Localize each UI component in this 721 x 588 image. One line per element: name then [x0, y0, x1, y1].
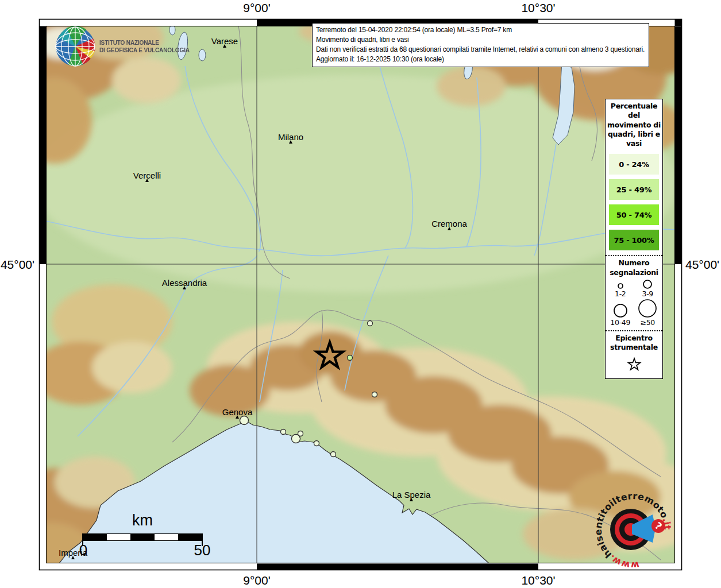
ingv-name: ISTITUTO NAZIONALE DI GEOFISICA E VULCAN… [99, 39, 190, 54]
scale-min: 0 [79, 541, 87, 559]
axis-label-lon-9: 9°00' [243, 1, 270, 15]
felt-map-screenshot: ? www.haisentitoilterremoto.it 9°00' 10°… [0, 0, 721, 588]
legend-epicenter-title: Epicentro strumentale [606, 331, 662, 354]
report-circle-icon [637, 279, 658, 289]
legend-percent-swatch: 25 - 49% [609, 179, 659, 200]
event-info-box: Terremoto del 15-04-2020 22:02:54 (ora l… [312, 23, 649, 67]
ingv-logo: ISTITUTO NAZIONALE DI GEOFISICA E VULCAN… [55, 26, 193, 67]
event-source: Dati non verificati estratti da 68 quest… [316, 45, 645, 55]
legend: Percentuale del movimento di quadri, lib… [605, 99, 663, 379]
legend-reports-title: Numero segnalazioni [606, 256, 662, 278]
axis-label-lat-45-left: 45°00' [0, 258, 34, 272]
axis-label-lon-1030: 10°30' [521, 1, 555, 15]
axis-label-lat-45-right: 45°00' [685, 258, 719, 272]
axis-label-lon-9-b: 9°00' [243, 574, 270, 587]
legend-report-class: 3-9 [637, 279, 658, 298]
axis-label-lon-1030-b: 10°30' [521, 574, 555, 587]
event-effect: Movimento di quadri, libri e vasi [316, 35, 645, 45]
legend-percent-swatch: 50 - 74% [609, 204, 659, 225]
legend-report-sizes: 1-23-910-49≥50 [606, 278, 662, 330]
city-marker-icon [289, 140, 292, 144]
scale-bar [83, 533, 202, 541]
felt-report-circle [298, 431, 303, 436]
city-marker-icon [223, 44, 226, 48]
report-class-label: 10-49 [610, 318, 630, 327]
report-circle-icon [610, 283, 631, 289]
legend-percent-swatch: 75 - 100% [609, 230, 659, 250]
report-class-label: 1-2 [615, 289, 626, 298]
felt-report-circle [331, 452, 336, 457]
legend-epicenter-star [606, 353, 662, 378]
event-updated: Aggiornato il: 16-12-2025 10:30 (ora loc… [316, 55, 645, 64]
city-marker-icon [236, 415, 239, 419]
legend-percent-swatches: 0 - 24%25 - 49%50 - 74%75 - 100% [606, 154, 662, 250]
report-class-label: ≥50 [641, 318, 655, 327]
report-circle-icon [637, 299, 658, 318]
city-marker-icon [410, 498, 413, 501]
felt-report-circle [240, 416, 249, 425]
report-circle-icon [610, 303, 631, 318]
legend-percent-title: Percentuale del movimento di quadri, lib… [606, 99, 662, 149]
star-icon [626, 355, 643, 372]
city-marker-icon [448, 227, 451, 230]
city-marker-icon [71, 556, 75, 559]
felt-report-circle [281, 430, 286, 435]
felt-report-circle [348, 355, 353, 361]
legend-report-class: 1-2 [610, 283, 631, 298]
city-marker-icon [145, 179, 149, 182]
felt-report-circle [314, 441, 319, 446]
ingv-globe-icon [55, 26, 95, 67]
scale-max: 50 [194, 541, 211, 559]
legend-report-class: ≥50 [637, 299, 658, 327]
felt-report-circle [368, 321, 373, 326]
legend-percent-swatch: 0 - 24% [609, 154, 659, 175]
legend-report-class: 10-49 [610, 303, 631, 327]
scale-bar-unit: km [83, 512, 202, 529]
felt-report-circle [372, 392, 377, 397]
report-class-label: 3-9 [642, 289, 653, 298]
event-title: Terremoto del 15-04-2020 22:02:54 (ora l… [316, 25, 645, 35]
city-marker-icon [183, 286, 186, 289]
